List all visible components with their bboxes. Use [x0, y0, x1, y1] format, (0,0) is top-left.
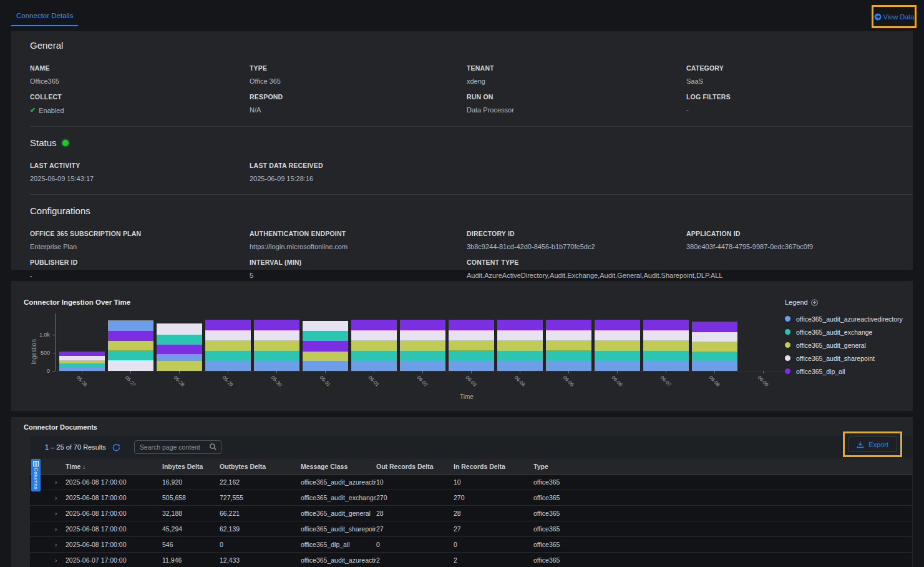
y-axis-line	[55, 313, 56, 371]
table-cell: office365_audit_sharepoint	[301, 525, 376, 533]
documents-table: 1 – 25 of 70 Results	[30, 436, 912, 567]
x-tick-label: 06-04	[513, 375, 527, 388]
bar-segment-gen	[303, 352, 348, 361]
x-axis-tick	[374, 371, 374, 373]
bar-segment-aad	[254, 361, 299, 371]
table-cell: office365	[533, 510, 912, 517]
table-row[interactable]: ›2025-06-08 17:00:0045,29462,139office36…	[30, 521, 912, 537]
stacked-bar-06-04	[497, 320, 543, 371]
columns-tab[interactable]: Columns	[31, 459, 41, 491]
y-tick-label: 1.0k	[29, 332, 50, 338]
table-cell: 0	[220, 541, 301, 548]
table-row[interactable]: ›2025-06-08 17:00:0032,18866,221office36…	[30, 506, 912, 521]
connector-details-card: General NAME Office365 TYPE Office 365 T…	[11, 31, 913, 270]
x-axis-tick	[568, 371, 569, 373]
export-highlight-box: Export	[843, 431, 902, 457]
export-button[interactable]: Export	[848, 436, 897, 452]
stacked-bar-05-30	[254, 320, 299, 371]
bar-segment-aad	[497, 361, 543, 371]
row-expander-icon[interactable]: ›	[55, 541, 66, 548]
legend-item-gen[interactable]: office365_audit_general	[785, 338, 903, 352]
column-header-type[interactable]: Type	[533, 463, 912, 470]
legend-settings-icon[interactable]	[811, 299, 818, 306]
refresh-button[interactable]	[112, 443, 120, 451]
table-cell: 727,555	[220, 494, 301, 501]
stacked-bar-05-31	[303, 321, 348, 371]
column-header-in-records-delta[interactable]: In Records Delta	[454, 463, 533, 470]
legend-label: office365_audit_sharepoint	[796, 355, 875, 362]
table-header-row: Time↓Inbytes DeltaOutbytes DeltaMessage …	[30, 458, 912, 475]
bar-segment-aad	[205, 361, 251, 371]
status-fields: LAST ACTIVITY 2025-06-09 15:43:17 LAST D…	[30, 162, 913, 190]
table-cell: office365	[533, 556, 912, 564]
bar-slot-06-05	[544, 315, 593, 371]
table-row[interactable]: ›2025-06-07 17:00:0011,94612,433office36…	[30, 553, 912, 567]
bar-segment-dlp	[692, 322, 737, 332]
search-input[interactable]	[134, 440, 221, 454]
bar-segment-dlp	[497, 320, 543, 330]
table-cell: 28	[454, 510, 533, 517]
table-cell: 27	[454, 525, 533, 533]
legend-item-aad[interactable]: office365_audit_azureactivedirectory	[785, 312, 903, 325]
bar-segment-aad	[595, 361, 640, 371]
bar-segment-dlp	[108, 331, 153, 341]
field-last-data-received: LAST DATA RECEIVED 2025-06-09 15:28:16	[250, 162, 913, 182]
x-axis-tick	[82, 371, 82, 373]
bar-slot-05-26	[57, 315, 106, 371]
field-collect: COLLECT ✔ Enabled	[30, 93, 250, 114]
legend-item-exch[interactable]: office365_audit_exchange	[785, 325, 903, 338]
bar-segment-exch	[303, 331, 348, 341]
configurations-heading: Configurations	[30, 205, 913, 216]
row-expander-icon[interactable]: ›	[55, 479, 66, 486]
table-cell: office365_audit_azureactivedirectory	[301, 556, 376, 564]
table-cell: 66,221	[220, 510, 301, 517]
view-data-button[interactable]: View Data	[874, 13, 915, 21]
x-tick-label: 05-27	[124, 375, 137, 388]
bar-segment-sp	[205, 330, 251, 340]
table-row[interactable]: ›2025-06-08 17:00:00505,658727,555office…	[30, 490, 912, 506]
table-cell: 45,294	[162, 525, 220, 533]
tab-bar: Connector Details View Data	[0, 0, 924, 31]
bar-segment-sp	[595, 330, 640, 340]
bar-segment-dlp	[254, 320, 299, 330]
row-expander-icon[interactable]: ›	[55, 495, 66, 501]
bar-segment-sp	[254, 330, 299, 340]
bar-segment-dlp	[546, 320, 591, 330]
bar-segment-exch	[254, 351, 299, 361]
legend-item-dlp[interactable]: office365_dlp_all	[785, 365, 903, 378]
field-name: NAME Office365	[30, 64, 250, 85]
x-tick-label: 05-30	[270, 375, 283, 388]
x-axis-tick	[617, 371, 618, 373]
table-row[interactable]: ›2025-06-08 17:00:005460office365_dlp_al…	[30, 537, 912, 553]
field-log-filters: LOG FILTERS -	[686, 93, 913, 114]
table-cell: 2	[376, 556, 454, 564]
tab-connector-details[interactable]: Connector Details	[11, 12, 78, 26]
bar-segment-exch	[546, 350, 591, 360]
bar-segment-gen	[108, 341, 153, 350]
table-cell: office365	[533, 478, 912, 486]
table-cell: 10	[454, 478, 533, 486]
bar-segment-gen	[643, 340, 689, 350]
column-header-out-records-delta[interactable]: Out Records Delta	[376, 463, 454, 470]
column-header-inbytes-delta[interactable]: Inbytes Delta	[162, 463, 220, 470]
stacked-bar-06-05	[546, 320, 591, 371]
row-expander-icon[interactable]: ›	[55, 510, 66, 517]
bar-slot-06-02	[398, 315, 447, 371]
legend-color-dot	[785, 342, 790, 348]
bar-segment-gen	[400, 340, 445, 350]
table-cell: office365_audit_exchange	[301, 494, 376, 501]
row-expander-icon[interactable]: ›	[55, 526, 66, 533]
column-header-outbytes-delta[interactable]: Outbytes Delta	[220, 463, 301, 470]
column-header-message-class[interactable]: Message Class	[301, 463, 376, 470]
x-tick-label: 06-06	[611, 375, 624, 388]
bar-segment-exch	[497, 351, 543, 361]
column-header-time[interactable]: Time↓	[66, 463, 162, 470]
legend-item-sp[interactable]: office365_audit_sharepoint	[785, 352, 903, 365]
row-expander-icon[interactable]: ›	[55, 557, 66, 564]
bar-segment-exch	[205, 351, 251, 361]
bar-segment-exch	[351, 351, 397, 361]
table-row[interactable]: ›2025-06-08 17:00:0016,92022,162office36…	[30, 475, 912, 490]
field-category: CATEGORY SaaS	[686, 64, 913, 85]
bar-segment-sp	[351, 330, 397, 340]
bar-segment-sp	[157, 323, 202, 335]
